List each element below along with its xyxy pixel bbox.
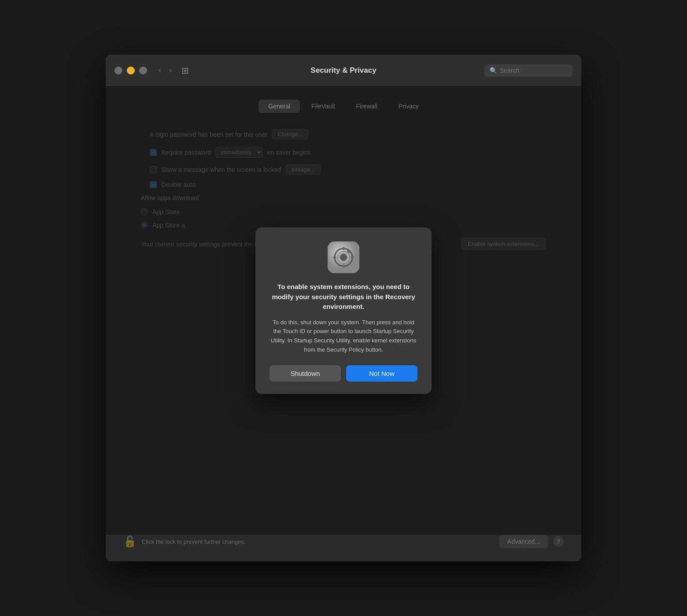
modal-dialog: To enable system extensions, you need to… — [255, 227, 432, 394]
back-arrow-icon[interactable]: ‹ — [156, 65, 164, 76]
advanced-button[interactable]: Advanced... — [499, 535, 548, 548]
not-now-button[interactable]: Not Now — [346, 365, 417, 382]
modal-overlay: To enable system extensions, you need to… — [106, 86, 581, 535]
help-button[interactable]: ? — [553, 536, 564, 547]
bottom-bar: 🔓 Click the lock to prevent further chan… — [106, 535, 581, 561]
svg-rect-7 — [333, 256, 336, 258]
content-area: General FileVault Firewall Privacy A log… — [106, 86, 581, 535]
search-icon: 🔍 — [490, 67, 497, 74]
svg-point-13 — [341, 255, 346, 260]
svg-rect-8 — [351, 256, 354, 258]
maximize-button[interactable] — [139, 67, 147, 74]
titlebar: ‹ › ⊞ Security & Privacy 🔍 — [106, 55, 581, 86]
window-title: Security & Privacy — [310, 66, 376, 75]
navigation-arrows: ‹ › — [156, 65, 174, 76]
svg-rect-6 — [343, 264, 344, 268]
search-bar[interactable]: 🔍 — [484, 64, 572, 77]
modal-body: To do this, shut down your system. Then … — [270, 318, 417, 355]
main-window: ‹ › ⊞ Security & Privacy 🔍 General FileV… — [106, 55, 581, 561]
modal-title: To enable system extensions, you need to… — [270, 282, 417, 312]
modal-buttons: Shutdown Not Now — [270, 365, 417, 382]
close-button[interactable] — [114, 67, 122, 74]
lock-icon[interactable]: 🔓 — [123, 535, 137, 548]
shutdown-button[interactable]: Shutdown — [270, 365, 341, 382]
forward-arrow-icon[interactable]: › — [166, 65, 174, 76]
traffic-lights — [114, 67, 147, 74]
svg-rect-5 — [343, 247, 344, 250]
system-preferences-icon — [328, 241, 359, 273]
search-input[interactable] — [500, 67, 567, 74]
lock-label: Click the lock to prevent further change… — [142, 538, 246, 545]
minimize-button[interactable] — [127, 67, 135, 74]
grid-icon[interactable]: ⊞ — [181, 65, 189, 76]
